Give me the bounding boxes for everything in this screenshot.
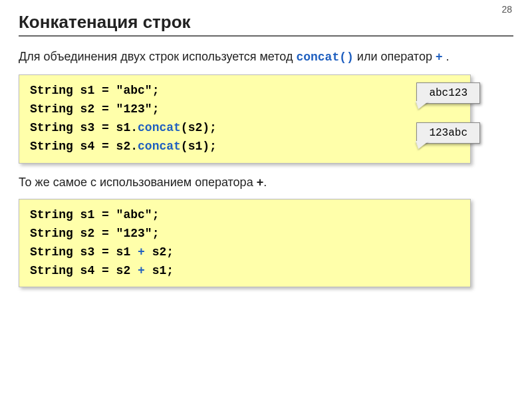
code1-line3: String s3 = s1.concat(s2); <box>30 119 460 138</box>
code2-line4-pre: String s4 = s2 <box>30 264 138 277</box>
intro-text: Для объединения двух строк используется … <box>19 49 513 65</box>
code2-line1: String s1 = "abc"; <box>30 206 460 225</box>
code2-line4-post: s1; <box>145 264 174 277</box>
intro-mid: или оператор <box>357 50 436 63</box>
code2-line4: String s4 = s2 + s1; <box>30 262 460 281</box>
code-block-1: String s1 = "abc"; String s2 = "123"; St… <box>19 74 471 164</box>
subtext-operator: + <box>257 176 264 189</box>
title-divider <box>19 35 513 37</box>
code-block-1-wrap: String s1 = "abc"; String s2 = "123"; St… <box>19 74 513 164</box>
intro-operator: + <box>436 50 443 63</box>
subtext-pre: То же самое с использованием оператора <box>19 176 257 189</box>
code2-line4-op: + <box>138 264 145 277</box>
intro-suffix: . <box>446 50 449 63</box>
code2-line3: String s3 = s1 + s2; <box>30 243 460 262</box>
subtext: То же самое с использованием оператора +… <box>19 176 513 190</box>
code1-line4-post: (s1); <box>181 140 217 153</box>
code2-line3-op: + <box>138 245 145 259</box>
code2-line2: String s2 = "123"; <box>30 225 460 243</box>
code-block-2-wrap: String s1 = "abc"; String s2 = "123"; St… <box>19 199 513 288</box>
intro-method: concat() <box>296 51 353 64</box>
code-block-2: String s1 = "abc"; String s2 = "123"; St… <box>19 199 471 288</box>
code1-line4: String s4 = s2.concat(s1); <box>30 138 460 156</box>
subtext-post: . <box>263 176 267 189</box>
code1-line4-method: concat <box>138 140 181 153</box>
code2-line3-pre: String s3 = s1 <box>30 245 138 259</box>
slide-title: Конкатенация строк <box>19 12 513 33</box>
code1-line3-post: (s2); <box>181 121 217 134</box>
code1-line3-pre: String s3 = s1. <box>30 121 138 134</box>
code1-line1: String s1 = "abc"; <box>30 82 460 100</box>
code1-line4-pre: String s4 = s2. <box>30 140 138 153</box>
page-number: 28 <box>501 4 512 15</box>
code2-line3-post: s2; <box>145 245 174 259</box>
code1-line3-method: concat <box>138 121 181 134</box>
code1-line2: String s2 = "123"; <box>30 100 460 119</box>
intro-prefix: Для объединения двух строк используется … <box>19 50 296 63</box>
